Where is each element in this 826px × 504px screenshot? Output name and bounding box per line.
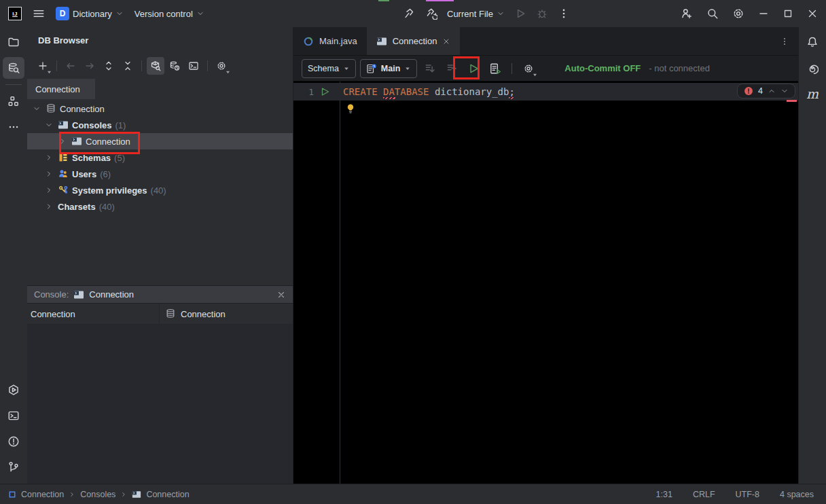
chevron-down-icon [343,65,350,72]
maximize-button[interactable] [783,8,793,19]
sessions-button[interactable] [166,57,183,75]
structure-tool-button[interactable] [3,90,24,112]
more-actions-button[interactable] [558,7,570,20]
db-browser-panel: DB Browser [27,27,293,484]
tree-item-connection[interactable]: Connection [27,101,293,117]
maven-button[interactable]: m [802,83,823,105]
code-editor[interactable]: 1 CREATE DATABASE dictionary_db; 4 [293,82,799,484]
session-selector[interactable]: Main [360,59,417,78]
console-settings-button[interactable] [520,60,537,77]
search-everywhere-button[interactable] [706,7,719,20]
minimize-button[interactable] [758,8,769,19]
tree-item-charsets[interactable]: Charsets (40) [27,198,293,215]
play-icon [467,62,480,75]
console-connection-cell: Connection [160,308,226,319]
nav-back-button[interactable] [62,57,79,75]
ai-spiral-icon [806,62,819,74]
code-with-me-button[interactable] [681,7,693,20]
breadcrumb-item[interactable]: Connection [146,490,189,499]
db-browser-tool-button[interactable] [3,57,24,79]
debug-button[interactable] [536,7,548,20]
db-settings-button[interactable] [213,57,230,75]
encoding-widget[interactable]: UTF-8 [736,490,759,499]
tab-main-java[interactable]: Main.java [293,27,367,55]
java-class-icon [303,36,314,47]
vcs-widget[interactable]: Version control [134,9,204,19]
breadcrumb-item[interactable]: Consoles [80,490,115,499]
tab-close-icon[interactable] [442,37,450,46]
hammer-sync-icon [425,7,437,20]
tree-item-label: System privileges [72,185,147,196]
project-tool-button[interactable] [3,31,24,53]
console-close-button[interactable] [276,290,286,300]
toolbar-separator [207,60,208,71]
console-toolbar: Schema Main [293,56,799,82]
tab-label: Main.java [319,36,357,46]
run-statement-gutter-icon[interactable] [319,86,330,97]
open-console-button[interactable] [185,57,202,75]
schema-selector[interactable]: Schema [302,59,356,78]
notifications-button[interactable] [802,31,823,53]
error-icon [744,86,753,96]
more-tool-windows-button[interactable] [3,116,24,138]
tree-item-consoles[interactable]: Consoles (1) [27,117,293,133]
chevron-down-icon [45,121,53,129]
tree-item-schemas[interactable]: Schemas (5) [27,149,293,166]
rollback-icon [446,62,458,75]
status-bar: Connection Consoles Connection 1:31 CRLF… [0,484,826,504]
connection-tab[interactable]: Connection [27,79,95,99]
sql-keyword: CREATE [343,86,383,97]
close-button[interactable] [807,8,818,19]
run-tool-button[interactable] [3,379,24,401]
nav-forward-button[interactable] [81,57,98,75]
main-menu-button[interactable] [33,7,45,20]
indent-widget[interactable]: 4 spaces [780,490,814,499]
terminal-tool-button[interactable] [3,405,24,427]
project-selector[interactable]: D Dictionary [56,7,124,20]
tabs-more-button[interactable] [780,27,799,55]
expand-all-button[interactable] [100,57,118,75]
intention-bulb-icon[interactable] [345,103,356,114]
next-error-icon[interactable] [780,87,789,95]
version-control-tool-button[interactable] [3,456,24,478]
db-tab-row: Connection [27,79,293,99]
project-name: Dictionary [73,9,112,19]
toolbar-separator [141,60,142,71]
object-browser-button[interactable] [147,57,164,75]
run-config-label: Current File [447,9,493,19]
tree-item-users[interactable]: Users (6) [27,166,293,182]
error-stripe-mark[interactable] [787,100,797,102]
previous-error-icon[interactable] [768,87,776,95]
autocommit-status[interactable]: Auto-Commit OFF [564,63,641,73]
console-header-label: Console: [34,289,69,300]
execute-script-button[interactable] [486,60,504,77]
chevron-right-icon [69,491,75,498]
settings-button[interactable] [732,7,744,20]
tree-item-system-privileges[interactable]: System privileges (40) [27,182,293,198]
breadcrumb-item[interactable]: Connection [21,490,64,499]
tab-connection[interactable]: Connection [367,27,461,55]
console-detail-row[interactable]: Connection Connection [27,304,293,325]
tree-item-console-connection[interactable]: Connection [27,133,293,149]
db-object-tree: Connection Consoles (1) Connection Schem… [27,99,293,215]
run-config-selector[interactable]: Current File [447,9,505,19]
inspection-widget[interactable]: 4 [737,84,795,98]
line-separator-widget[interactable]: CRLF [693,490,715,499]
build-project-button[interactable] [425,7,437,20]
toolbar-separator [56,60,57,71]
caret-position-widget[interactable]: 1:31 [656,490,672,499]
problems-tool-button[interactable] [3,431,24,452]
terminal-icon [7,410,20,422]
rollback-button[interactable] [443,60,461,77]
ai-assistant-button[interactable] [802,57,823,79]
run-button[interactable] [514,7,526,20]
status-widgets: 1:31 CRLF UTF-8 4 spaces [656,490,826,499]
execute-statement-button[interactable] [465,60,482,77]
collapse-all-button[interactable] [119,57,137,75]
vcs-label: Version control [134,9,193,19]
commit-button[interactable] [421,60,439,77]
build-button[interactable] [403,7,416,20]
sql-statement: CREATE DATABASE dictionary_db; [343,83,515,101]
console-icon [58,120,69,130]
add-connection-button[interactable] [34,57,52,75]
